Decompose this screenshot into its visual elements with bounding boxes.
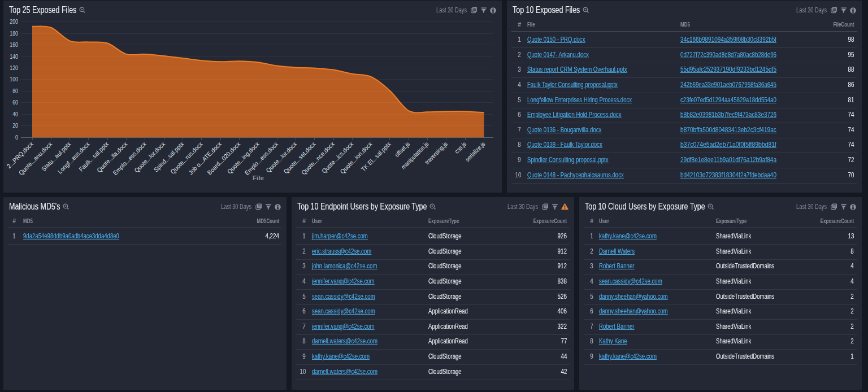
svg-text:Quote...anu.docx: Quote...anu.docx <box>18 140 54 176</box>
svg-text:80: 80 <box>12 88 18 94</box>
svg-text:File: File <box>253 175 264 181</box>
svg-text:serialize.js: serialize.js <box>464 140 487 163</box>
svg-text:css.js: css.js <box>453 140 467 154</box>
svg-text:120: 120 <box>10 64 18 71</box>
svg-text:60: 60 <box>12 99 18 106</box>
svg-text:200: 200 <box>10 18 18 25</box>
svg-text:Emplo...ess.docx: Emplo...ess.docx <box>111 140 147 176</box>
svg-text:0: 0 <box>15 134 18 141</box>
svg-text:160: 160 <box>10 41 18 48</box>
svg-text:100: 100 <box>10 76 18 82</box>
svg-text:Board...020.docx: Board...020.docx <box>206 140 241 176</box>
svg-text:offset.js: offset.js <box>393 140 411 158</box>
svg-text:180: 180 <box>10 30 18 37</box>
svg-text:40: 40 <box>12 111 18 117</box>
svg-text:Quote...rus.docx: Quote...rus.docx <box>169 140 204 175</box>
svg-text:Quote...nce.docx: Quote...nce.docx <box>300 140 336 176</box>
svg-text:20: 20 <box>12 122 18 129</box>
svg-text:140: 140 <box>10 53 18 60</box>
svg-text:Emplo...ess.docx: Emplo...ess.docx <box>244 140 280 176</box>
svg-text:Job o...ATE.docx: Job o...ATE.docx <box>187 140 223 176</box>
